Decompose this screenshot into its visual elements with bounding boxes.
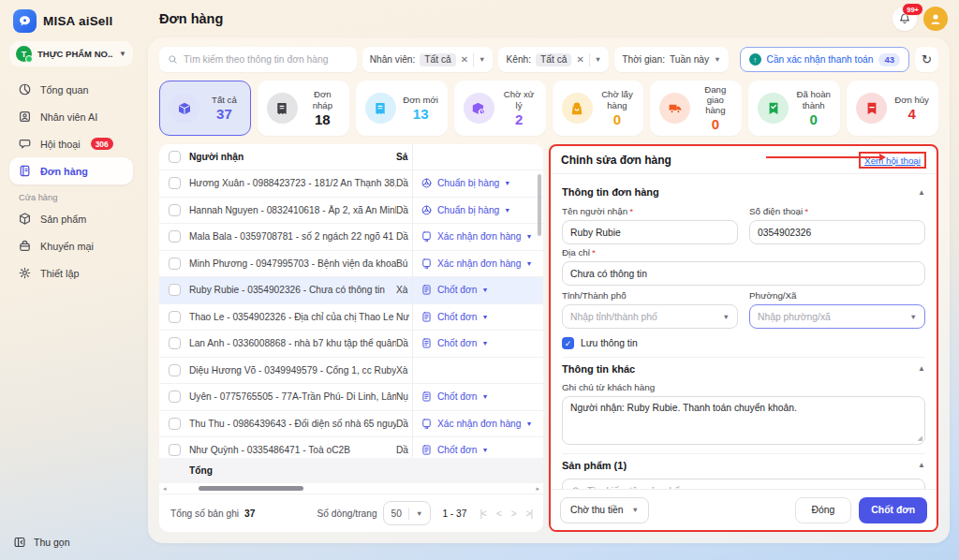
row-checkbox[interactable]: [169, 418, 181, 430]
sidebar-item-5[interactable]: Khuyến mại: [9, 232, 133, 259]
refresh-button[interactable]: ↻: [915, 47, 938, 72]
next-page-button[interactable]: >: [511, 508, 516, 519]
table-row[interactable]: Mala Bala - 0359708781 - số 2 ngách 22 n…: [159, 224, 543, 251]
horizontal-scrollbar[interactable]: ◂ ▸: [159, 483, 543, 494]
province-select[interactable]: Nhập tỉnh/thành phố ▼: [562, 304, 738, 329]
section-other-info: Thông tin khác ▲: [562, 357, 925, 379]
save-info-checkbox[interactable]: ✓: [562, 337, 574, 349]
remove-filter-icon[interactable]: ✕: [461, 54, 468, 65]
action-label: Chốt đơn: [437, 445, 477, 455]
order-search[interactable]: [159, 47, 357, 72]
truck-icon: [659, 93, 690, 124]
user-avatar[interactable]: [923, 7, 948, 31]
payment-status-select[interactable]: Chờ thu tiền ▼: [560, 497, 649, 523]
select-all-checkbox[interactable]: [169, 151, 181, 163]
row-action-button[interactable]: Chốt đơn▼: [412, 277, 543, 303]
sidebar-item-0[interactable]: Tổng quan: [9, 76, 133, 103]
total-records-label: Tổng số bản ghi: [170, 508, 239, 519]
table-row[interactable]: Thao Le - 0354902326 - Địa chỉ của chị T…: [159, 304, 543, 332]
row-checkbox[interactable]: [169, 284, 181, 296]
sidebar-collapse-button[interactable]: Thu gọn: [13, 536, 70, 549]
row-checkbox[interactable]: [169, 364, 181, 376]
confirm-payment-button[interactable]: ↑ Cần xác nhận thanh toán 43: [740, 47, 909, 72]
row-checkbox[interactable]: [169, 177, 181, 189]
sidebar-item-2[interactable]: Hội thoại306: [9, 130, 133, 157]
customer-note-textarea[interactable]: Người nhận: Ruby Rubie. Thanh toán chuyể…: [562, 396, 925, 445]
last-page-button[interactable]: >|: [526, 508, 532, 519]
table-row[interactable]: Như Quỳnh - 0335486471 - Toà oC2BDầChốt …: [159, 437, 543, 458]
app-logo: MISA aiSell: [9, 7, 133, 34]
table-row[interactable]: Minh Phương - 0947995703 - Bệnh viện đa …: [159, 251, 543, 278]
row-action-button[interactable]: Chốt đơn▼: [412, 331, 543, 357]
status-card-1[interactable]: Đơn nháp18: [258, 81, 349, 136]
chevron-down-icon: ▼: [723, 313, 730, 321]
status-card-4[interactable]: Chờ lấy hàng0: [553, 81, 644, 136]
table-row[interactable]: Ruby Rubie - 0354902326 - Chưa có thông …: [159, 277, 543, 304]
view-conversation-link[interactable]: Xem hội thoại: [864, 155, 921, 166]
status-card-3[interactable]: Chờ xử lý2: [454, 81, 546, 136]
product-cell: Dầ: [396, 419, 412, 429]
filter-chip-0[interactable]: Nhân viên:Tất cả✕▼: [362, 47, 494, 72]
product-search[interactable]: [562, 479, 925, 489]
confirm-order-button[interactable]: Chốt đơn: [859, 497, 927, 523]
status-card-7[interactable]: Đơn hủy4: [847, 81, 938, 136]
prev-page-button[interactable]: <: [496, 508, 501, 519]
first-page-button[interactable]: |<: [480, 508, 485, 519]
row-checkbox[interactable]: [169, 444, 181, 456]
status-card-5[interactable]: Đang giao hàng0: [650, 81, 742, 136]
scroll-right-icon[interactable]: ▸: [536, 485, 539, 493]
vertical-scrollbar[interactable]: [538, 174, 541, 236]
scroll-left-icon[interactable]: ◂: [163, 485, 167, 493]
row-action-button[interactable]: Xác nhận đơn hàng▼: [412, 411, 543, 437]
chevron-up-icon[interactable]: ▲: [918, 461, 925, 469]
row-action-button[interactable]: Xác nhận đơn hàng▼: [412, 251, 543, 277]
chevron-up-icon[interactable]: ▲: [918, 188, 925, 197]
ward-select[interactable]: Nhập phường/xã ▼: [749, 304, 925, 329]
sidebar-item-label: Thiết lập: [40, 268, 79, 279]
remove-filter-icon[interactable]: ✕: [576, 54, 583, 65]
row-checkbox[interactable]: [169, 230, 181, 243]
order-search-input[interactable]: [184, 54, 348, 65]
status-card-0[interactable]: Tất cả37: [159, 81, 251, 136]
product-cell: Nụ: [396, 391, 412, 402]
recipient-name-field[interactable]: [562, 220, 738, 244]
row-checkbox[interactable]: [169, 258, 181, 270]
sidebar-item-1[interactable]: Nhân viên AI: [9, 103, 133, 130]
table-row[interactable]: Hương Xuân - 0988423723 - 181/2 An Thạnh…: [159, 170, 543, 198]
row-checkbox[interactable]: [169, 337, 181, 349]
row-checkbox[interactable]: [169, 311, 181, 323]
row-action-button[interactable]: Xác nhận đơn hàng▼: [412, 224, 543, 250]
page-size-select[interactable]: 50 ▼: [383, 501, 432, 525]
row-checkbox[interactable]: [169, 204, 181, 216]
row-action-button[interactable]: Chốt đơn▼: [412, 437, 543, 458]
row-action-button[interactable]: Chốt đơn▼: [412, 304, 543, 331]
sidebar-item-4[interactable]: Sản phẩm: [9, 205, 133, 232]
scrollbar-thumb[interactable]: [199, 486, 303, 491]
action-label: Chuẩn bị hàng: [437, 205, 499, 215]
row-action-button[interactable]: Chuẩn bị hàng▼: [412, 170, 543, 197]
sidebar-item-3[interactable]: Đơn hàng: [9, 157, 133, 184]
filter-chip-1[interactable]: Kênh:Tất cả✕▼: [498, 47, 609, 72]
product-cell: Bú: [396, 258, 412, 269]
table-row[interactable]: Lan Anh - 0336008868 - nhà b7 khu tập th…: [159, 331, 543, 358]
status-card-6[interactable]: Đã hoàn thành0: [748, 81, 840, 136]
table-row[interactable]: Diệu Hương Võ - 0349949579 - Cổng 1, cc …: [159, 358, 543, 385]
recipient-cell: Minh Phương - 0947995703 - Bệnh viện đa …: [189, 258, 396, 269]
address-field[interactable]: [562, 261, 925, 286]
table-rows: Hương Xuân - 0988423723 - 181/2 An Thạnh…: [159, 170, 543, 458]
row-action-button[interactable]: Chốt đơn▼: [412, 384, 543, 410]
chevron-up-icon[interactable]: ▲: [918, 364, 925, 373]
filter-chip-2[interactable]: Thời gian:Tuần này▼: [614, 47, 728, 72]
table-row[interactable]: Thu Thu - 0986439643 - Đối diện số nhà 6…: [159, 411, 543, 438]
table-row[interactable]: Hannah Nguyen - 0832410618 - Ấp 2, xã An…: [159, 198, 543, 225]
phone-field[interactable]: [749, 220, 925, 244]
company-selector[interactable]: T THỰC PHẨM NO... ▼: [9, 41, 133, 66]
status-card-2[interactable]: Đơn mới13: [356, 81, 448, 136]
action-label: Xác nhận đơn hàng: [437, 231, 521, 242]
close-button[interactable]: Đóng: [795, 497, 852, 523]
row-checkbox[interactable]: [169, 391, 181, 403]
sidebar-item-6[interactable]: Thiết lập: [9, 259, 133, 287]
col-action: [412, 144, 543, 169]
row-action-button[interactable]: Chuẩn bị hàng▼: [412, 198, 543, 224]
table-row[interactable]: Uyên - 0775765505 - 77A-Trần Phú- Di Lin…: [159, 384, 543, 411]
